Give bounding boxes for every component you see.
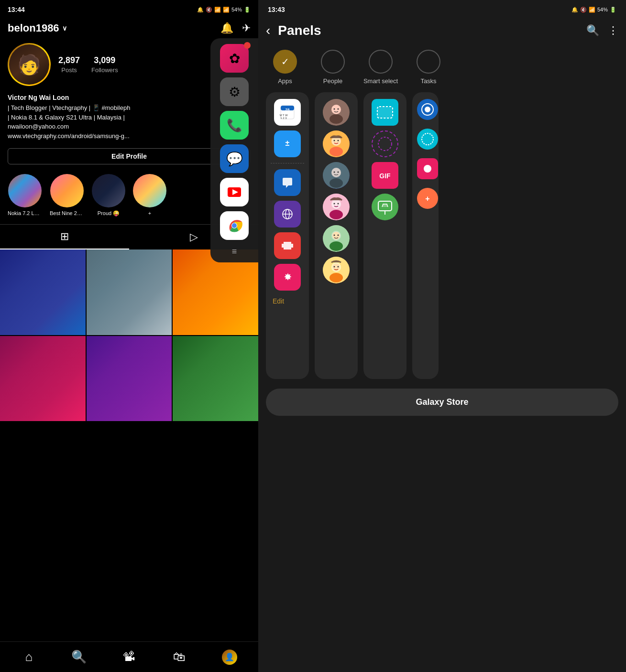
notification-icon[interactable]: 🔔 — [220, 22, 233, 34]
wifi-icon: 📶 — [589, 7, 595, 13]
apps-panel-edit[interactable]: Edit — [271, 295, 304, 307]
svg-point-33 — [334, 140, 335, 141]
ig-stats: 2,897 Posts 3,099 Followers — [58, 55, 118, 74]
svg-point-52 — [338, 235, 339, 236]
edge-app-chrome[interactable] — [220, 211, 249, 240]
battery-text: 54% — [231, 7, 242, 12]
username-text: belon1986 — [8, 22, 59, 34]
edge-panel: ✿ ⚙ 📞 💬 ≡ — [210, 38, 258, 262]
tab-grid[interactable]: ⊞ — [0, 225, 129, 249]
person-face — [323, 130, 350, 157]
person-2[interactable] — [323, 130, 350, 157]
app-messages[interactable] — [274, 169, 301, 196]
tab-smart-select[interactable]: Smart select — [362, 50, 400, 85]
edge-handle: ≡ — [214, 247, 254, 257]
svg-text:✸: ✸ — [284, 272, 292, 282]
app-screen-capture[interactable] — [274, 232, 301, 259]
svg-point-61 — [378, 137, 392, 151]
grid-photo-5[interactable] — [87, 336, 172, 422]
svg-point-67 — [422, 133, 433, 145]
nav-home[interactable]: ⌂ — [4, 650, 54, 664]
ig-photo-grid — [0, 249, 258, 421]
tab-tasks[interactable]: Tasks — [409, 50, 448, 85]
app-calculator[interactable]: ± — [274, 130, 301, 157]
svg-point-58 — [338, 266, 339, 268]
highlight-item[interactable]: Nokia 7.2 Lau... — [8, 174, 42, 217]
avatar[interactable]: 🧑 — [8, 43, 51, 86]
edge-app-messages[interactable]: 💬 — [220, 144, 249, 173]
grid-photo-1[interactable] — [0, 249, 86, 335]
alarm-icon: 🔔 — [571, 7, 578, 13]
partial-icon-4[interactable]: + — [417, 188, 438, 209]
username-dropdown-icon[interactable]: ∨ — [62, 24, 67, 32]
ig-header-icons: 🔔 ✈ — [220, 22, 251, 34]
page-title: Panels — [278, 23, 579, 38]
tab-people[interactable]: People — [314, 50, 352, 85]
person-1[interactable] — [323, 99, 350, 126]
svg-point-27 — [334, 108, 335, 110]
smart-circle-select[interactable] — [372, 130, 398, 157]
tab-tasks-label: Tasks — [420, 77, 436, 85]
left-time: 13:44 — [8, 6, 25, 13]
smart-rect-select[interactable] — [372, 99, 398, 126]
ig-username[interactable]: belon1986 ∨ — [8, 22, 67, 34]
partial-icon-2[interactable] — [417, 129, 438, 150]
edge-app-blossom[interactable]: ✿ — [220, 44, 249, 73]
search-icon[interactable]: 🔍 — [586, 24, 599, 37]
battery-icon: 🔋 — [244, 7, 251, 13]
panels-content-area: 28 M T W 1 2 3 ± — [258, 92, 626, 379]
ig-bottom-nav: ⌂ 🔍 📽 🛍 👤 — [0, 641, 258, 672]
app-internet[interactable] — [274, 201, 301, 228]
signal-icon: 📶 — [223, 7, 230, 13]
nav-profile[interactable]: 👤 — [204, 650, 254, 665]
svg-text:+: + — [425, 195, 429, 203]
person-face — [323, 194, 350, 220]
nav-shop[interactable]: 🛍 — [154, 650, 204, 664]
svg-point-28 — [338, 108, 339, 110]
tab-apps[interactable]: ✓ Apps — [266, 50, 304, 85]
partial-icon-1[interactable] — [417, 99, 438, 120]
highlight-label: Proud 😜 — [98, 210, 120, 217]
highlight-label: Best Nine 2018 — [50, 210, 84, 216]
panel-type-tabs: ✓ Apps People Smart select Tasks — [258, 46, 626, 92]
followers-stat: 3,099 Followers — [91, 55, 118, 74]
messenger-icon[interactable]: ✈ — [242, 22, 251, 34]
svg-point-40 — [338, 172, 339, 173]
panels-header: ‹ Panels 🔍 ⋮ — [258, 19, 626, 46]
nav-search[interactable]: 🔍 — [54, 650, 104, 664]
highlight-item[interactable]: Proud 😜 — [92, 174, 125, 217]
avatar-image: 🧑 — [17, 54, 41, 76]
more-options-icon[interactable]: ⋮ — [608, 24, 618, 37]
apps-panel-card: 28 M T W 1 2 3 ± — [266, 92, 309, 379]
right-time: 13:43 — [268, 6, 285, 13]
tab-tasks-circle — [417, 50, 440, 74]
grid-photo-4[interactable] — [0, 336, 86, 422]
svg-point-31 — [329, 147, 343, 156]
edge-app-settings[interactable]: ⚙ — [220, 77, 249, 106]
grid-photo-6[interactable] — [173, 336, 258, 422]
app-bixby[interactable]: ✸ — [274, 264, 301, 291]
highlight-item[interactable]: Best Nine 2018 — [50, 174, 84, 217]
nav-reels[interactable]: 📽 — [104, 650, 154, 664]
partial-icon-3[interactable] — [417, 158, 438, 179]
tab-people-circle — [321, 50, 345, 74]
person-5[interactable] — [323, 225, 350, 252]
app-calendar[interactable]: 28 M T W 1 2 3 — [274, 99, 301, 126]
back-button[interactable]: ‹ — [266, 23, 270, 38]
edge-app-youtube[interactable] — [220, 178, 249, 206]
followers-label: Followers — [91, 66, 118, 74]
person-face — [323, 225, 350, 252]
svg-rect-60 — [377, 107, 393, 118]
posts-stat: 2,897 Posts — [58, 55, 80, 74]
galaxy-store-button[interactable]: Galaxy Store — [266, 389, 618, 416]
highlight-item[interactable]: + — [133, 174, 166, 217]
person-4[interactable] — [323, 194, 350, 220]
posts-count: 2,897 — [58, 55, 80, 65]
svg-point-66 — [425, 107, 430, 112]
smart-pin[interactable] — [372, 194, 398, 220]
edge-app-whatsapp[interactable]: 📞 — [220, 111, 249, 140]
grid-photo-2[interactable] — [87, 249, 172, 335]
smart-gif-capture[interactable]: GIF — [372, 162, 398, 189]
person-6[interactable] — [323, 257, 350, 283]
person-3[interactable] — [323, 162, 350, 189]
